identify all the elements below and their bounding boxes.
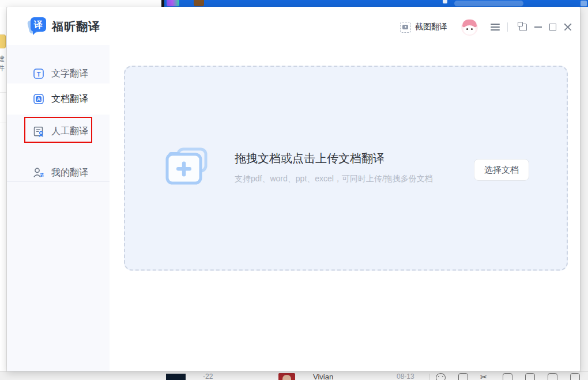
chat-tile bbox=[166, 374, 186, 380]
upload-dropzone[interactable]: 拖拽文档或点击上传文档翻译 支持pdf、word、ppt、excel，可同时上传… bbox=[124, 66, 568, 271]
image-icon[interactable] bbox=[503, 373, 512, 380]
upload-icon[interactable] bbox=[548, 373, 557, 380]
background-right-strip bbox=[580, 7, 588, 371]
emoji-icon[interactable] bbox=[436, 373, 446, 380]
text-insert-icon[interactable] bbox=[525, 373, 535, 380]
divider bbox=[507, 22, 508, 32]
upload-title: 拖拽文档或点击上传文档翻译 bbox=[235, 151, 433, 166]
divider bbox=[0, 123, 6, 123]
sidebar-item-label: 人工翻译 bbox=[51, 126, 88, 138]
scissors-icon[interactable]: ✂ bbox=[480, 372, 488, 380]
mini-window-icon bbox=[519, 24, 527, 31]
background-window-top bbox=[0, 0, 164, 7]
background-chat-window: -22 Vivian 08-13 ✂ bbox=[0, 371, 588, 380]
screenshot-translate-button[interactable]: 截图翻译 bbox=[400, 22, 447, 33]
sidebar: T 文字翻译 A 文档翻译 人工翻译 bbox=[7, 45, 110, 371]
svg-text:T: T bbox=[37, 71, 41, 78]
browser-avatar bbox=[194, 0, 204, 6]
choose-document-button[interactable]: 选择文档 bbox=[474, 159, 529, 181]
divider bbox=[429, 374, 430, 380]
sidebar-item-document-translate[interactable]: A 文档翻译 bbox=[7, 83, 110, 115]
left-text-fragment: 建 bbox=[0, 54, 5, 64]
user-avatar[interactable] bbox=[461, 19, 478, 36]
sidebar-item-label: 文字翻译 bbox=[51, 68, 88, 80]
maximize-button[interactable] bbox=[545, 20, 560, 34]
minimize-button[interactable] bbox=[530, 20, 545, 34]
minimize-icon bbox=[534, 26, 542, 28]
app-logo: 译 bbox=[27, 15, 48, 38]
document-translate-icon: A bbox=[33, 93, 44, 105]
folder-icon bbox=[0, 35, 6, 48]
message-list-icon[interactable] bbox=[570, 373, 580, 380]
chat-text-fragment: -22 bbox=[203, 373, 213, 380]
message-date: 08-13 bbox=[397, 373, 414, 380]
upload-subtitle: 支持pdf、word、ppt、excel，可同时上传/拖拽多份文档 bbox=[235, 174, 433, 184]
text-translate-icon: T bbox=[33, 68, 44, 79]
app-window: 译 福昕翻译 截图翻译 T 文字翻译 bbox=[7, 7, 580, 371]
background-browser-titlebar bbox=[164, 0, 588, 7]
logo-char: 译 bbox=[33, 20, 43, 29]
browser-corner-icon bbox=[581, 1, 587, 6]
background-left-panel: 建 件 bbox=[0, 7, 7, 371]
app-title: 福昕翻译 bbox=[52, 19, 100, 35]
human-translate-icon bbox=[33, 126, 44, 137]
sidebar-item-label: 我的翻译 bbox=[51, 167, 88, 179]
sidebar-item-label: 文档翻译 bbox=[51, 93, 88, 105]
left-text-fragment: 件 bbox=[0, 63, 5, 73]
my-translations-icon bbox=[33, 167, 44, 178]
maximize-icon bbox=[549, 24, 556, 31]
menu-button[interactable] bbox=[491, 24, 500, 31]
close-icon bbox=[564, 23, 572, 31]
window-capture-icon[interactable] bbox=[458, 373, 468, 380]
svg-text:A: A bbox=[37, 96, 40, 102]
screenshot-translate-label: 截图翻译 bbox=[415, 22, 447, 32]
upload-folder-icon bbox=[164, 147, 208, 188]
sidebar-item-human-translate[interactable]: 人工翻译 bbox=[7, 117, 110, 145]
browser-search-pill bbox=[454, 1, 523, 6]
sidebar-item-my-translations[interactable]: 我的翻译 bbox=[7, 159, 110, 187]
divider bbox=[0, 92, 6, 93]
mini-window-button[interactable] bbox=[515, 20, 530, 34]
browser-logo-icon bbox=[167, 0, 179, 6]
contact-avatar bbox=[278, 373, 295, 380]
contact-name[interactable]: Vivian bbox=[313, 373, 333, 380]
screenshot-camera-icon bbox=[400, 22, 411, 33]
browser-tab-notch bbox=[443, 0, 447, 3]
close-button[interactable] bbox=[560, 20, 575, 34]
